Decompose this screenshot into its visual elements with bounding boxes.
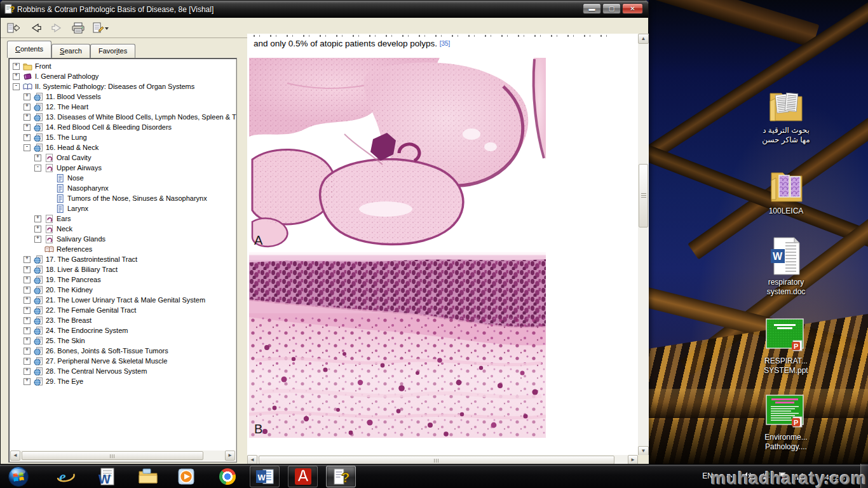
- expand-toggle-icon[interactable]: +: [34, 226, 41, 233]
- maximize-button[interactable]: ▢: [602, 3, 621, 14]
- safely-remove-icon[interactable]: [761, 464, 770, 488]
- tree-item[interactable]: -16. Head & Neck: [10, 142, 235, 152]
- taskbar-chrome-button[interactable]: [215, 466, 240, 487]
- taskbar-word-2013-button[interactable]: W: [250, 466, 280, 487]
- reference-link[interactable]: [35]: [440, 40, 451, 47]
- expand-toggle-icon[interactable]: +: [24, 307, 31, 314]
- tree-item[interactable]: +25. The Skin: [10, 336, 235, 346]
- expand-toggle-icon[interactable]: +: [24, 266, 31, 273]
- tree-item[interactable]: Nasopharynx: [10, 183, 235, 193]
- taskbar-internet-explorer-button[interactable]: e: [53, 466, 78, 487]
- tree-item[interactable]: +20. The Kidney: [10, 285, 235, 295]
- tree-item[interactable]: +12. The Heart: [10, 102, 235, 112]
- desktop-icon-ppt-respiratory[interactable]: PRESPIRAT...SYSTEM.ppt: [750, 315, 822, 376]
- tree-item[interactable]: +13. Diseases of White Blood Cells, Lymp…: [10, 112, 235, 122]
- tree-item[interactable]: +22. The Female Genital Tract: [10, 305, 235, 315]
- network-icon[interactable]: [794, 464, 804, 488]
- language-indicator[interactable]: EN: [702, 464, 713, 488]
- tree-item[interactable]: Tumors of the Nose, Sinuses & Nasopharyn…: [10, 193, 235, 203]
- tree-item[interactable]: +14. Red Blood Cell & Bleeding Disorders: [10, 122, 235, 132]
- expand-toggle-icon[interactable]: +: [24, 114, 31, 121]
- expand-toggle-icon[interactable]: +: [24, 337, 31, 344]
- taskbar-windows-explorer-button[interactable]: [135, 466, 161, 487]
- expand-toggle-icon[interactable]: +: [13, 73, 20, 80]
- tab-favorites[interactable]: Favorites: [90, 44, 135, 58]
- taskbar-html-help-button[interactable]: ?: [326, 466, 356, 487]
- tree-item[interactable]: +29. The Eye: [10, 376, 235, 386]
- expand-toggle-icon[interactable]: +: [24, 124, 31, 131]
- expand-toggle-icon[interactable]: +: [34, 215, 41, 222]
- tree-item[interactable]: +I. General Pathology: [10, 71, 235, 81]
- print-button[interactable]: [69, 20, 88, 36]
- tab-contents[interactable]: Contents: [7, 41, 51, 58]
- hide-panel-button[interactable]: [4, 20, 24, 36]
- expand-toggle-icon[interactable]: +: [24, 287, 31, 294]
- tree-item[interactable]: +11. Blood Vessels: [10, 92, 235, 102]
- tree-item[interactable]: +17. The Gastrointestinal Tract: [10, 254, 235, 264]
- expand-toggle-icon[interactable]: +: [24, 348, 31, 355]
- scroll-left-arrow-icon[interactable]: ◄: [10, 451, 20, 461]
- hidden-icons-chevron-icon[interactable]: [726, 464, 733, 488]
- desktop-icon-folder-docs[interactable]: بحوث الترقية دمها شاكر حسن: [750, 85, 822, 145]
- expand-toggle-icon[interactable]: +: [24, 276, 31, 283]
- back-button[interactable]: [26, 20, 45, 36]
- desktop-icon-ppt-environmental[interactable]: PEnvironme...Pathology....: [750, 391, 822, 452]
- expand-toggle-icon[interactable]: +: [24, 104, 31, 111]
- tree-item[interactable]: +15. The Lung: [10, 132, 235, 142]
- tree-item[interactable]: References: [10, 244, 235, 254]
- taskbar-acrobat-reader-button[interactable]: [288, 466, 318, 487]
- tree-item[interactable]: +19. The Pancreas: [10, 274, 235, 285]
- expand-toggle-icon[interactable]: +: [24, 297, 31, 304]
- tree-item[interactable]: +Salivary Glands: [10, 234, 235, 244]
- expand-toggle-icon[interactable]: +: [24, 317, 31, 324]
- expand-toggle-icon[interactable]: +: [24, 93, 31, 100]
- tree-item[interactable]: +Front: [10, 61, 235, 71]
- tree-horizontal-scrollbar[interactable]: ◄ ►: [10, 451, 235, 461]
- tree-item[interactable]: +26. Bones, Joints & Soft-Tissue Tumors: [10, 346, 235, 356]
- taskbar-media-player-button[interactable]: [173, 466, 199, 487]
- collapse-toggle-icon[interactable]: -: [34, 165, 41, 172]
- expand-toggle-icon[interactable]: +: [24, 358, 31, 365]
- desktop-icon-folder-images[interactable]: 100LEICA: [750, 165, 822, 216]
- forward-button[interactable]: [48, 20, 67, 36]
- expand-toggle-icon[interactable]: +: [24, 378, 31, 385]
- expand-toggle-icon[interactable]: +: [24, 368, 31, 375]
- expand-toggle-icon[interactable]: +: [34, 154, 41, 161]
- scrollbar-thumb[interactable]: [639, 164, 648, 227]
- desktop-icon-word-doc[interactable]: Wrespiratorysystem.doc: [750, 236, 822, 297]
- tree-item[interactable]: +Neck: [10, 224, 235, 234]
- collapse-toggle-icon[interactable]: -: [24, 144, 31, 151]
- tree-item[interactable]: +28. The Central Nervous System: [10, 366, 235, 376]
- tree-item[interactable]: +Oral Cavity: [10, 152, 235, 163]
- volume-icon[interactable]: [742, 464, 752, 488]
- tree-item[interactable]: +23. The Breast: [10, 315, 235, 325]
- expand-toggle-icon[interactable]: +: [24, 256, 31, 263]
- tree-item[interactable]: Larynx: [10, 203, 235, 214]
- minimize-button[interactable]: ▬: [583, 3, 601, 14]
- collapse-toggle-icon[interactable]: -: [13, 83, 20, 90]
- scrollbar-thumb[interactable]: [22, 451, 203, 460]
- tree-item[interactable]: +27. Peripheral Nerve & Skeletal Muscle: [10, 356, 235, 366]
- tree-item[interactable]: +18. Liver & Biliary Tract: [10, 264, 235, 274]
- tree-item[interactable]: Nose: [10, 173, 235, 183]
- expand-toggle-icon[interactable]: +: [34, 236, 41, 243]
- taskbar-word-2003-button[interactable]: W: [94, 466, 119, 487]
- taskbar-start-button[interactable]: [6, 466, 31, 487]
- close-button[interactable]: ✕: [622, 3, 643, 14]
- scroll-right-arrow-icon[interactable]: ►: [225, 451, 235, 461]
- expand-toggle-icon[interactable]: +: [24, 134, 31, 141]
- content-vertical-scrollbar[interactable]: ▲ ▼: [638, 34, 649, 456]
- scrollbar-thumb[interactable]: [259, 456, 614, 464]
- tree-item[interactable]: -Upper Airways: [10, 163, 235, 173]
- taskbar-clock[interactable]: 04:12 م: [810, 464, 857, 488]
- scroll-up-arrow-icon[interactable]: ▲: [638, 34, 649, 44]
- window-titlebar[interactable]: ? Robbins & Cotran Pathologic Basis of D…: [1, 1, 648, 18]
- expand-toggle-icon[interactable]: +: [13, 63, 20, 70]
- tree-item[interactable]: +21. The Lower Urinary Tract & Male Geni…: [10, 295, 235, 305]
- tree-item[interactable]: -II. Systemic Pathology: Diseases of Org…: [10, 81, 235, 92]
- tree-item[interactable]: +Ears: [10, 214, 235, 224]
- tab-search[interactable]: Search: [51, 44, 90, 58]
- show-desktop-button[interactable]: [860, 464, 868, 488]
- action-center-flag-icon[interactable]: [778, 464, 787, 488]
- expand-toggle-icon[interactable]: +: [24, 327, 31, 334]
